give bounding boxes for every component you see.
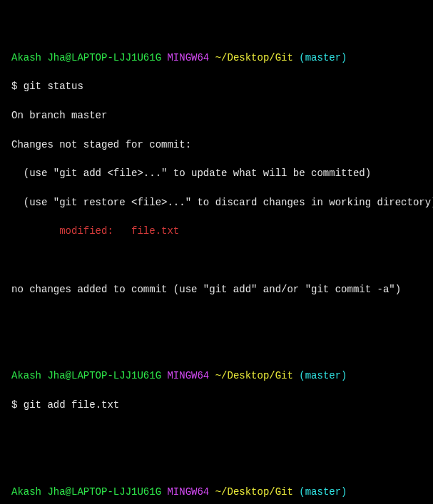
prompt-branch: (master) [299,52,347,63]
prompt-sigil: $ [11,399,24,411]
prompt-cwd: ~/Desktop/Git [215,486,293,498]
command-text: git status [24,81,83,92]
command-text: git add file.txt [24,399,119,411]
prompt-line: Akash Jha@LAPTOP-LJJ1U61G MINGW64 ~/Desk… [11,369,422,383]
prompt-shell: MINGW64 [167,486,209,498]
output-line: (use "git add <file>..." to update what … [11,166,422,180]
blank-line [11,253,422,267]
output-modified-file: modified: file.txt [11,224,422,238]
output-line: Changes not staged for commit: [11,138,422,152]
output-line: no changes added to commit (use "git add… [11,282,422,297]
prompt-user: Akash Jha@LAPTOP-LJJ1U61G [11,370,161,381]
prompt-sigil: $ [11,81,24,92]
prompt-shell: MINGW64 [167,52,209,63]
blank-line [11,311,422,325]
prompt-shell: MINGW64 [167,370,209,381]
terminal-window[interactable]: Akash Jha@LAPTOP-LJJ1U61G MINGW64 ~/Desk… [0,0,433,504]
blank-line [11,427,422,441]
command-line[interactable]: $ git add file.txt [11,398,422,412]
prompt-branch: (master) [299,370,347,381]
prompt-branch: (master) [299,486,347,498]
output-line: On branch master [11,108,422,123]
prompt-cwd: ~/Desktop/Git [215,52,293,63]
prompt-user: Akash Jha@LAPTOP-LJJ1U61G [11,52,161,63]
prompt-user: Akash Jha@LAPTOP-LJJ1U61G [11,486,161,498]
prompt-cwd: ~/Desktop/Git [215,370,293,381]
output-line: (use "git restore <file>..." to discard … [11,195,422,210]
command-line[interactable]: $ git status [11,79,422,93]
prompt-line: Akash Jha@LAPTOP-LJJ1U61G MINGW64 ~/Desk… [11,51,422,65]
prompt-line: Akash Jha@LAPTOP-LJJ1U61G MINGW64 ~/Desk… [11,485,422,499]
